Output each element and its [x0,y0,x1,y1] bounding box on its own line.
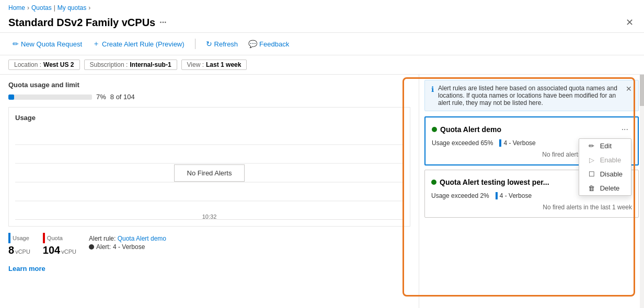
context-menu-edit[interactable]: ✏ Edit [579,139,631,153]
progress-bar-fill [8,94,14,100]
main-panel: Home › Quotas | My quotas › Standard DSv… [0,0,644,308]
toolbar-separator [195,39,196,49]
alerts-list: Quota Alert demo ··· Usage exceeded 65% … [419,116,644,308]
scrollbar-thumb[interactable] [640,75,644,106]
chart-section: Usage No Fired Alerts 10:32 [8,107,410,227]
toolbar: ✏ New Quota Request ＋ Create Alert Rule … [0,33,644,55]
quota-legend-label: Quota [47,235,63,241]
quota-value: 104 [43,244,60,256]
breadcrumb-quotas[interactable]: Quotas [31,4,52,11]
usage-legend: Usage 8 vCPU [8,233,30,256]
threshold-label-1: Usage exceeded 65% [432,139,493,147]
enable-icon: ▷ [588,156,596,164]
progress-percent: 7% [96,93,106,101]
title-more-icon[interactable]: ··· [159,18,166,27]
chart-area: No Fired Alerts 10:32 [15,126,404,220]
context-menu-disable[interactable]: ☐ Disable [579,167,631,181]
chart-x-label: 10:32 [202,214,217,220]
progress-row: 7% 8 of 104 [8,93,410,101]
breadcrumb-home[interactable]: Home [8,4,25,11]
panel-header: Home › Quotas | My quotas › Standard DSv… [0,0,644,33]
feedback-icon: 💬 [248,40,257,48]
pencil-icon: ✏ [13,40,19,48]
context-menu: ✏ Edit ▷ Enable ☐ Disable 🗑 [579,138,631,196]
chart-legend: Usage 8 vCPU Quota 104 vCPU [8,233,410,256]
context-menu-delete[interactable]: 🗑 Delete [579,181,631,195]
edit-icon: ✏ [588,142,596,150]
status-dot-icon-2 [431,180,436,185]
alert-dot-icon [89,244,94,250]
view-filter[interactable]: View : Last 1 week [181,60,247,70]
alert-card-2-title: Quota Alert testing lowest per... [431,178,549,186]
learn-more-link[interactable]: Learn more [8,265,410,273]
title-row: Standard DSv2 Family vCPUs ··· ✕ [8,15,636,30]
severity-bar-icon [499,139,501,147]
info-icon: ℹ [431,85,434,93]
alert-rule-label: Alert rule: Quota Alert demo [89,235,166,242]
progress-section: 7% 8 of 104 [8,93,410,101]
info-banner-close[interactable]: ✕ [626,85,632,93]
create-alert-button[interactable]: ＋ Create Alert Rule (Preview) [88,37,189,51]
alert-card-2-footer: No fired alerts in the last 1 week [431,204,632,211]
subscription-filter[interactable]: Subscription : Internal-sub-1 [84,60,177,70]
severity-badge-1: 4 - Verbose [499,139,535,147]
filter-bar: Location : West US 2 Subscription : Inte… [0,55,644,75]
alert-card-1[interactable]: Quota Alert demo ··· Usage exceeded 65% … [424,116,639,165]
plus-icon: ＋ [93,39,100,49]
main-content: Quota usage and limit 7% 8 of 104 Usage [0,75,644,308]
location-filter[interactable]: Location : West US 2 [8,60,80,70]
alert-detail: Alert: 4 - Verbose [89,243,166,251]
panel-title: Standard DSv2 Family vCPUs ··· [8,17,167,29]
quota-color-bar [43,233,45,243]
usage-unit: vCPU [15,248,30,255]
breadcrumb: Home › Quotas | My quotas › [8,4,636,11]
breadcrumb-my-quotas[interactable]: My quotas [58,4,86,11]
feedback-button[interactable]: 💬 Feedback [244,38,293,50]
context-menu-enable: ▷ Enable [579,153,631,167]
delete-icon: 🗑 [588,184,596,192]
usage-legend-label: Usage [13,235,29,241]
alert-rule-value[interactable]: Quota Alert demo [118,235,166,242]
alert-card-1-title: Quota Alert demo [432,125,501,134]
left-panel: Quota usage and limit 7% 8 of 104 Usage [0,75,419,308]
disable-icon: ☐ [588,170,596,178]
severity-badge-2: 4 - Verbose [496,192,532,199]
quota-unit: vCPU [61,248,76,255]
right-panel: ℹ Alert rules are listed here based on a… [419,75,644,308]
chart-title: Usage [15,114,404,122]
threshold-label-2: Usage exceeded 2% [431,192,489,199]
quota-legend: Quota 104 vCPU [43,233,76,256]
new-quota-button[interactable]: ✏ New Quota Request [8,38,86,50]
usage-value: 8 [8,244,14,256]
info-banner-text: Alert rules are listed here based on ass… [438,85,622,106]
info-banner: ℹ Alert rules are listed here based on a… [424,80,639,111]
progress-bar-container [8,94,92,100]
no-data-box: No Fired Alerts [174,164,245,182]
alert-rule-section: Alert rule: Quota Alert demo Alert: 4 - … [89,235,166,251]
status-dot-icon-1 [432,127,437,132]
quota-section-title: Quota usage and limit [8,81,410,89]
severity-bar-icon-2 [496,192,498,199]
alert-card-1-header: Quota Alert demo ··· [432,124,631,135]
close-button[interactable]: ✕ [624,15,636,30]
progress-count: 8 of 104 [110,93,135,101]
usage-color-bar [8,233,10,243]
refresh-button[interactable]: ↻ Refresh [202,38,243,50]
scrollbar[interactable] [640,75,644,308]
refresh-icon: ↻ [206,40,212,48]
alert-card-1-menu[interactable]: ··· [618,124,631,135]
